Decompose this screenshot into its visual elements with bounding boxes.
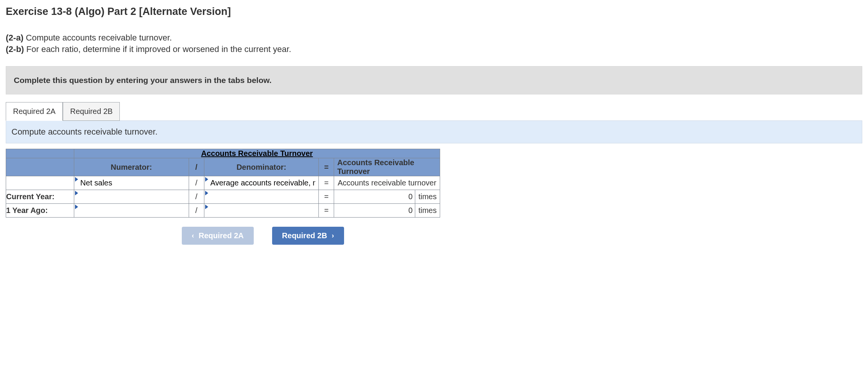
prior-denominator-cell[interactable] <box>204 204 319 218</box>
current-result: 0 times <box>334 190 440 204</box>
dropdown-marker-icon <box>75 177 78 182</box>
next-button-label: Required 2B <box>282 231 327 240</box>
current-denominator-input[interactable] <box>204 190 319 203</box>
header-equals: = <box>319 158 334 176</box>
current-denominator-cell[interactable] <box>204 190 319 204</box>
formula-row: / = Accounts receivable turnover <box>6 176 440 190</box>
dropdown-marker-icon <box>205 177 208 182</box>
op-equals: = <box>319 190 334 204</box>
prompt-2b-label: (2-b) <box>6 44 24 54</box>
header-result: Accounts Receivable Turnover <box>334 158 440 176</box>
prompt-2a: (2-a) Compute accounts receivable turnov… <box>6 32 862 44</box>
turnover-table: Accounts Receivable Turnover Numerator: … <box>6 149 440 218</box>
prompt-2a-text: Compute accounts receivable turnover. <box>26 33 172 42</box>
dropdown-marker-icon <box>75 191 78 195</box>
chevron-right-icon: › <box>332 232 334 240</box>
table-row: Current Year: / = 0 times <box>6 190 440 204</box>
prev-button[interactable]: ‹ Required 2A <box>182 227 254 245</box>
prior-numerator-input[interactable] <box>74 204 189 217</box>
dropdown-marker-icon <box>205 205 208 209</box>
current-result-unit: times <box>415 190 440 203</box>
next-button[interactable]: Required 2B › <box>272 227 344 245</box>
row-label-current: Current Year: <box>6 190 74 204</box>
formula-numerator-input[interactable] <box>74 176 189 190</box>
prior-result-unit: times <box>415 204 440 217</box>
prev-button-label: Required 2A <box>199 231 244 240</box>
header-slash: / <box>189 158 204 176</box>
prompt-2b: (2-b) For each ratio, determine if it im… <box>6 44 862 55</box>
current-numerator-cell[interactable] <box>74 190 189 204</box>
op-equals: = <box>319 204 334 218</box>
current-result-value: 0 <box>334 190 415 203</box>
op-slash: / <box>189 190 204 204</box>
table-row: 1 Year Ago: / = 0 times <box>6 204 440 218</box>
op-equals: = <box>319 176 334 190</box>
dropdown-marker-icon <box>75 205 78 209</box>
formula-denominator-cell[interactable] <box>204 176 319 190</box>
header-denominator: Denominator: <box>204 158 319 176</box>
prompt-2a-label: (2-a) <box>6 33 23 42</box>
row-label-prior: 1 Year Ago: <box>6 204 74 218</box>
op-slash: / <box>189 176 204 190</box>
tab-required-2b[interactable]: Required 2B <box>63 102 120 121</box>
formula-numerator-cell[interactable] <box>74 176 189 190</box>
prior-denominator-input[interactable] <box>204 204 319 217</box>
prior-numerator-cell[interactable] <box>74 204 189 218</box>
formula-denominator-input[interactable] <box>204 176 319 190</box>
formula-result: Accounts receivable turnover <box>334 176 440 190</box>
tab-required-2a[interactable]: Required 2A <box>6 102 63 121</box>
table-title: Accounts Receivable Turnover <box>74 149 440 158</box>
header-blank <box>6 158 74 176</box>
chevron-left-icon: ‹ <box>192 232 194 240</box>
prompt-2b-text: For each ratio, determine if it improved… <box>26 44 291 54</box>
instruction-bar: Complete this question by entering your … <box>6 66 862 94</box>
dropdown-marker-icon <box>205 191 208 195</box>
page-title: Exercise 13-8 (Algo) Part 2 [Alternate V… <box>6 6 862 18</box>
tabs: Required 2A Required 2B <box>6 102 862 121</box>
tab-description: Compute accounts receivable turnover. <box>6 120 862 143</box>
prior-result: 0 times <box>334 204 440 218</box>
prior-result-value: 0 <box>334 204 415 217</box>
current-numerator-input[interactable] <box>74 190 189 203</box>
nav-buttons: ‹ Required 2A Required 2B › <box>182 227 862 245</box>
header-numerator: Numerator: <box>74 158 189 176</box>
op-slash: / <box>189 204 204 218</box>
